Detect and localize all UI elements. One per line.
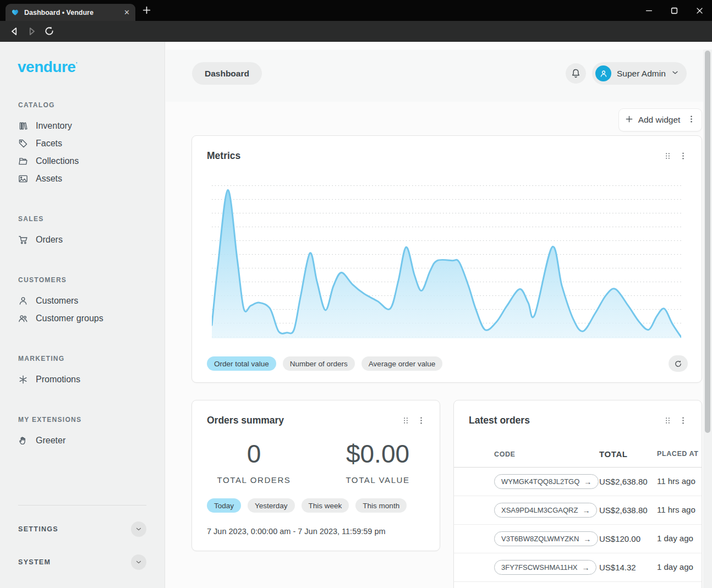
window-close-icon[interactable]: [687, 0, 712, 21]
kebab-menu-icon[interactable]: [679, 152, 687, 160]
sidebar-item-assets[interactable]: Assets: [18, 170, 151, 188]
chevron-down-icon[interactable]: [131, 554, 146, 570]
date-range-tabs: TodayYesterdayThis weekThis month: [207, 498, 407, 513]
total-value-stat: $0.00 TOTAL VALUE: [316, 439, 440, 485]
chip-this-week[interactable]: This week: [302, 498, 349, 513]
browser-tab[interactable]: Dashboard • Vendure ✕: [6, 4, 135, 21]
latest-orders-table: CODETOTALPLACED ATWYMGK4TQQ8JL2TGQ→US$2,…: [454, 441, 702, 582]
chevron-down-icon[interactable]: [131, 521, 146, 537]
window-minimize-icon[interactable]: [636, 0, 661, 21]
section-label: CATALOG: [18, 101, 151, 109]
chip-number-of-orders[interactable]: Number of orders: [283, 356, 355, 371]
chip-average-order-value[interactable]: Average order value: [362, 356, 442, 371]
chart-canvas: [212, 185, 681, 338]
total-value-value: $0.00: [316, 439, 440, 469]
order-total: US$2,638.80: [599, 505, 657, 515]
metrics-title: Metrics: [207, 150, 240, 162]
asterisk-icon: [18, 375, 28, 384]
sidebar-item-customer-groups[interactable]: Customer groups: [18, 310, 151, 327]
hand-icon: [18, 436, 28, 446]
user-menu[interactable]: Super Admin: [592, 62, 687, 85]
add-widget-button[interactable]: Add widget: [618, 108, 702, 131]
chip-yesterday[interactable]: Yesterday: [248, 498, 295, 513]
total-orders-label: TOTAL ORDERS: [192, 475, 316, 485]
chip-order-total-value[interactable]: Order total value: [207, 356, 276, 371]
vertical-scrollbar-thumb[interactable]: [705, 51, 710, 433]
kebab-menu-icon[interactable]: [679, 416, 687, 425]
order-code-link[interactable]: XSA9PD4LM3CGAQRZ→: [494, 503, 597, 518]
drag-handle-icon[interactable]: [664, 416, 672, 425]
order-code: WYMGK4TQQ8JL2TGQ: [501, 477, 579, 486]
orders-summary-widget: Orders summary 0 TOTAL ORDERS $0.00: [191, 400, 440, 551]
reload-icon[interactable]: [44, 26, 56, 37]
order-code-link[interactable]: V3T6BW8ZQLWMYZKN→: [494, 531, 598, 546]
order-code: XSA9PD4LM3CGAQRZ: [501, 506, 578, 514]
orders-summary-title: Orders summary: [207, 415, 284, 426]
image-icon: [18, 174, 28, 184]
sidebar-item-collections[interactable]: Collections: [18, 152, 151, 170]
order-total: US$2,638.80: [599, 477, 657, 486]
latest-orders-widget: Latest orders CODETOTALPLACED ATWYMGK4TQ…: [453, 400, 702, 588]
user-name: Super Admin: [617, 69, 666, 79]
metrics-tabs: Order total valueNumber of ordersAverage…: [207, 356, 442, 371]
sidebar: vendureʼ CATALOGInventoryFacetsCollectio…: [0, 42, 165, 588]
refresh-button[interactable]: [669, 355, 688, 372]
sidebar-collapsible-settings[interactable]: SETTINGS: [18, 520, 146, 538]
window-controls: [636, 0, 712, 21]
plus-icon: [625, 115, 633, 125]
divider: [18, 505, 146, 505]
kebab-menu-icon[interactable]: [417, 416, 425, 425]
sidebar-item-inventory[interactable]: Inventory: [18, 117, 151, 135]
section-label: MARKETING: [18, 355, 151, 362]
forward-icon[interactable]: [26, 26, 39, 37]
chip-this-month[interactable]: This month: [355, 498, 407, 513]
new-tab-icon[interactable]: [142, 6, 151, 17]
sidebar-item-facets[interactable]: Facets: [18, 135, 151, 152]
sidebar-item-promotions[interactable]: Promotions: [18, 371, 151, 388]
order-placed-at: 11 hrs ago: [657, 476, 701, 487]
chevron-down-icon: [671, 69, 679, 79]
user-icon: [18, 296, 28, 306]
sidebar-section-my-extensions: MY EXTENSIONSGreeter: [18, 416, 151, 449]
cart-icon: [18, 235, 28, 245]
breadcrumb[interactable]: Dashboard: [192, 62, 262, 85]
drag-handle-icon[interactable]: [402, 416, 410, 425]
section-label: MY EXTENSIONS: [18, 416, 151, 424]
tab-close-icon[interactable]: ✕: [124, 9, 130, 16]
sidebar-section-sales: SALESOrders: [18, 215, 151, 249]
sidebar-item-label: Assets: [36, 174, 62, 184]
chip-today[interactable]: Today: [207, 498, 241, 513]
sidebar-collapsible-system[interactable]: SYSTEM: [18, 553, 146, 571]
user-avatar-icon: [595, 65, 611, 81]
window-maximize-icon[interactable]: [661, 0, 687, 21]
tag-icon: [18, 139, 28, 149]
vendure-logo: vendureʼ: [18, 58, 165, 76]
order-code-link[interactable]: WYMGK4TQQ8JL2TGQ→: [494, 474, 599, 489]
metrics-widget: Metrics Order total valueNumber of order…: [191, 135, 702, 383]
order-code-link[interactable]: 3FY7FSCWSHMA11HX→: [494, 560, 596, 575]
sidebar-item-label: Promotions: [36, 375, 80, 384]
browser-titlebar: Dashboard • Vendure ✕: [0, 0, 712, 21]
table-row: 3FY7FSCWSHMA11HX→US$14.321 day ago: [454, 553, 702, 582]
sidebar-item-orders[interactable]: Orders: [18, 231, 151, 249]
sidebar-item-label: Collections: [36, 156, 79, 166]
folder-icon: [18, 156, 28, 166]
sidebar-item-greeter[interactable]: Greeter: [18, 432, 151, 449]
table-header-row: CODETOTALPLACED AT: [454, 441, 702, 468]
arrow-right-icon: →: [583, 535, 591, 543]
tab-title: Dashboard • Vendure: [24, 9, 119, 17]
notifications-button[interactable]: [566, 63, 586, 84]
table-row: V3T6BW8ZQLWMYZKN→US$120.001 day ago: [454, 525, 702, 553]
browser-navbar: ! localhost:3000/admin/: [0, 21, 712, 42]
order-placed-at: 11 hrs ago: [657, 505, 701, 515]
widget-menu-kebab-icon[interactable]: [687, 115, 695, 125]
back-icon[interactable]: [9, 26, 21, 37]
column-header-placed-at: PLACED AT: [657, 450, 701, 459]
order-total: US$14.32: [599, 563, 657, 572]
sidebar-item-customers[interactable]: Customers: [18, 292, 151, 310]
column-header-code: CODE: [494, 450, 599, 458]
column-header-total: TOTAL: [599, 449, 657, 459]
sidebar-item-label: Customers: [36, 296, 78, 306]
drag-handle-icon[interactable]: [664, 152, 672, 160]
add-widget-label: Add widget: [638, 115, 681, 125]
